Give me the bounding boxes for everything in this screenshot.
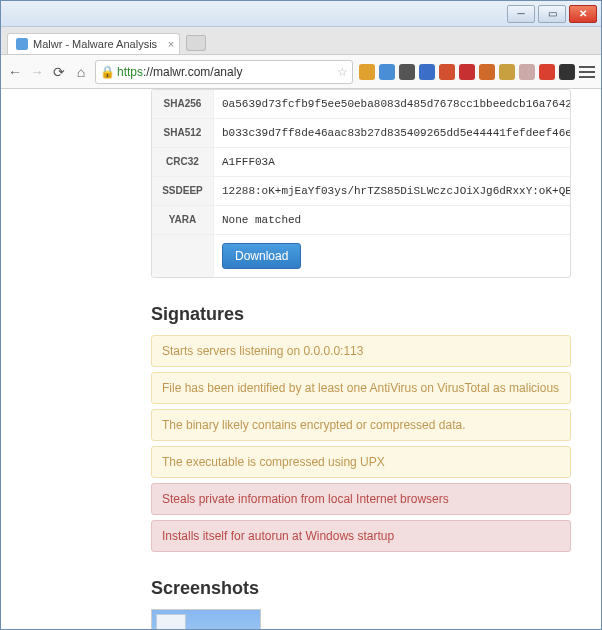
hash-label: SHA256 <box>152 90 214 118</box>
browser-toolbar: ← → ⟳ ⌂ 🔒 https ://malwr.com/analy ☆ <box>1 55 601 89</box>
signature-item[interactable]: The binary likely contains encrypted or … <box>151 409 571 441</box>
table-row: SSDEEP 12288:oK+mjEaYf03ys/hrTZS85DiSLWc… <box>152 176 570 205</box>
page-viewport[interactable]: SHA256 0a5639d73fcfb9f5ee50eba8083d485d7… <box>1 89 601 629</box>
extension-icon[interactable] <box>499 64 515 80</box>
screenshots-heading: Screenshots <box>151 578 571 599</box>
extension-icon[interactable] <box>419 64 435 80</box>
os-titlebar: ─ ▭ ✕ <box>1 1 601 27</box>
signature-text: The executable is compressed using UPX <box>162 455 385 469</box>
signature-text: Starts servers listening on 0.0.0.0:113 <box>162 344 363 358</box>
close-button[interactable]: ✕ <box>569 5 597 23</box>
extension-icon[interactable] <box>479 64 495 80</box>
tab-active[interactable]: Malwr - Malware Analysis × <box>7 33 180 54</box>
tab-close-icon[interactable]: × <box>168 38 174 50</box>
signatures-heading: Signatures <box>151 304 571 325</box>
hash-label: YARA <box>152 206 214 234</box>
signature-text: Steals private information from local In… <box>162 492 449 506</box>
hash-value: A1FFF03A <box>214 148 570 176</box>
signature-text: File has been identified by at least one… <box>162 381 559 395</box>
chrome-menu-icon[interactable] <box>579 66 595 78</box>
signature-item[interactable]: File has been identified by at least one… <box>151 372 571 404</box>
table-row: CRC32 A1FFF03A <box>152 147 570 176</box>
signatures-list: Starts servers listening on 0.0.0.0:113 … <box>151 335 571 552</box>
back-button[interactable]: ← <box>7 64 23 80</box>
reload-button[interactable]: ⟳ <box>51 64 67 80</box>
signature-item[interactable]: Starts servers listening on 0.0.0.0:113 <box>151 335 571 367</box>
tab-title: Malwr - Malware Analysis <box>33 38 157 50</box>
screenshot-thumbnail[interactable] <box>151 609 261 629</box>
forward-button[interactable]: → <box>29 64 45 80</box>
download-row: Download <box>152 234 570 277</box>
minimize-button[interactable]: ─ <box>507 5 535 23</box>
address-bar[interactable]: 🔒 https ://malwr.com/analy ☆ <box>95 60 353 84</box>
extension-icon[interactable] <box>519 64 535 80</box>
hash-table: SHA256 0a5639d73fcfb9f5ee50eba8083d485d7… <box>151 89 571 278</box>
hash-label: CRC32 <box>152 148 214 176</box>
extension-icons <box>359 64 595 80</box>
hash-value: b033c39d7ff8de46aac83b27d835409265dd5e44… <box>214 119 570 147</box>
url-text: ://malwr.com/analy <box>143 65 242 79</box>
hash-value: None matched <box>214 206 570 234</box>
extension-icon[interactable] <box>379 64 395 80</box>
extension-icon[interactable] <box>399 64 415 80</box>
hash-value: 0a5639d73fcfb9f5ee50eba8083d485d7678cc1b… <box>214 90 570 118</box>
hash-label: SSDEEP <box>152 177 214 205</box>
url-scheme: https <box>117 65 143 79</box>
extension-icon[interactable] <box>439 64 455 80</box>
adblock-icon[interactable] <box>539 64 555 80</box>
maximize-button[interactable]: ▭ <box>538 5 566 23</box>
signature-item[interactable]: Steals private information from local In… <box>151 483 571 515</box>
download-button[interactable]: Download <box>222 243 301 269</box>
signature-item[interactable]: The executable is compressed using UPX <box>151 446 571 478</box>
hash-label: SHA512 <box>152 119 214 147</box>
hash-value: 12288:oK+mjEaYf03ys/hrTZS85DiSLWczcJOiXJ… <box>214 177 570 205</box>
lock-icon: 🔒 <box>100 65 115 79</box>
bookmark-star-icon[interactable]: ☆ <box>337 65 348 79</box>
home-button[interactable]: ⌂ <box>73 64 89 80</box>
tab-strip: Malwr - Malware Analysis × <box>1 27 601 55</box>
browser-window: ─ ▭ ✕ Malwr - Malware Analysis × ← → ⟳ ⌂… <box>0 0 602 630</box>
favicon-icon <box>16 38 28 50</box>
extension-icon[interactable] <box>359 64 375 80</box>
table-row: SHA512 b033c39d7ff8de46aac83b27d83540926… <box>152 118 570 147</box>
extension-icon[interactable] <box>559 64 575 80</box>
signature-text: Installs itself for autorun at Windows s… <box>162 529 394 543</box>
thumbnail-startmenu <box>156 614 186 629</box>
table-row: SHA256 0a5639d73fcfb9f5ee50eba8083d485d7… <box>152 90 570 118</box>
signature-text: The binary likely contains encrypted or … <box>162 418 466 432</box>
extension-icon[interactable] <box>459 64 475 80</box>
signature-item[interactable]: Installs itself for autorun at Windows s… <box>151 520 571 552</box>
hash-label-empty <box>152 235 214 277</box>
table-row: YARA None matched <box>152 205 570 234</box>
new-tab-button[interactable] <box>186 35 206 51</box>
